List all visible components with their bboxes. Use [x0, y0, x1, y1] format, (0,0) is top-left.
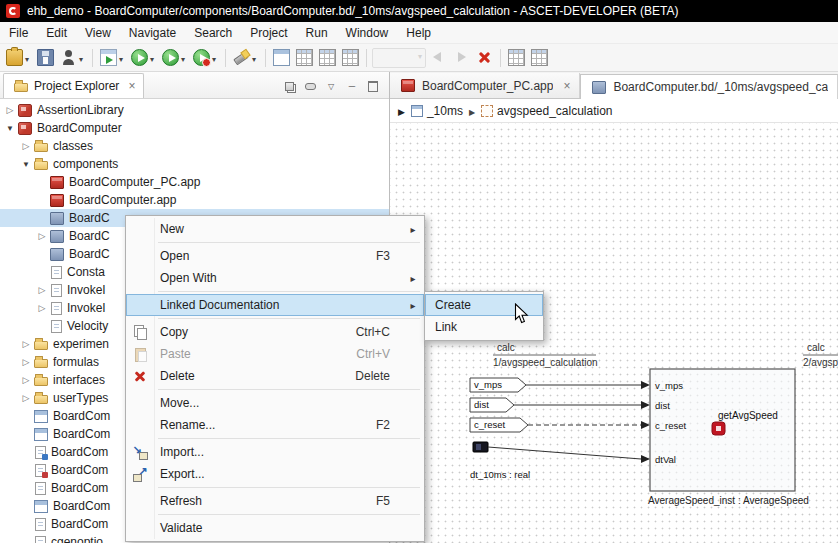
dropdown-caret-icon[interactable] [250, 51, 258, 65]
tree-item-label: Consta [64, 265, 105, 279]
context-menu-item[interactable]: Linked Documentation [126, 294, 424, 316]
toolbar-button[interactable] [451, 44, 472, 72]
context-menu-item[interactable]: Refresh F5 [126, 490, 424, 512]
tab-avgspeed-calculation[interactable]: BoardComputer.bd/_10ms/avgspeed_calculat… [580, 74, 838, 99]
menu-item[interactable]: File [0, 22, 37, 43]
menu-item-label: Paste [154, 347, 356, 361]
link-with-editor-icon[interactable] [302, 78, 318, 94]
toolbar-button[interactable] [372, 48, 426, 68]
dropdown-caret-icon[interactable] [23, 51, 31, 65]
tree-item-label: BoardC [66, 229, 110, 243]
tab-boardcomputer-pc-app[interactable]: BoardComputer_PC.app [390, 73, 580, 98]
toolbar-button[interactable] [529, 44, 550, 72]
toolbar-button[interactable] [428, 44, 449, 72]
close-icon[interactable] [563, 80, 570, 92]
tree-item-label: experimen [50, 337, 109, 351]
menu-item[interactable]: Project [241, 22, 296, 43]
context-menu-item[interactable]: Export... [126, 463, 424, 485]
context-menu-item[interactable]: Rename... F2 [126, 414, 424, 436]
expand-arrow-icon[interactable] [20, 389, 32, 407]
menu-item-shortcut: F5 [376, 494, 406, 508]
breadcrumb-item-10ms[interactable]: _10ms [411, 104, 463, 118]
toolbar-button[interactable] [35, 44, 56, 72]
menu-item[interactable]: Help [397, 22, 440, 43]
context-menu-item[interactable]: Open F3 [126, 245, 424, 267]
menu-item[interactable]: Edit [37, 22, 76, 43]
dt-10ms-element[interactable]: dt_10ms : real [470, 442, 650, 480]
tab-project-explorer[interactable]: Project Explorer [3, 73, 144, 98]
menu-item-label: Open [154, 249, 376, 263]
tree-item-label: BoardComputer.app [66, 193, 176, 207]
toolbar-button-icon [162, 49, 179, 66]
tree-item[interactable]: BoardComputer [0, 119, 389, 137]
toolbar-group-search [231, 44, 260, 72]
tree-item-icon [34, 395, 48, 404]
expand-arrow-icon[interactable] [36, 227, 48, 245]
toolbar-button[interactable] [129, 44, 158, 72]
context-menu-item[interactable]: New [126, 218, 424, 240]
toolbar-button[interactable] [340, 44, 361, 72]
expand-arrow-icon[interactable] [20, 371, 32, 389]
dropdown-caret-icon[interactable] [77, 51, 85, 65]
method-icon[interactable] [712, 422, 725, 435]
toolbar-button-icon [273, 49, 290, 66]
expand-arrow-icon[interactable] [20, 155, 32, 174]
toolbar-button[interactable] [58, 44, 87, 72]
expand-arrow-icon[interactable] [36, 281, 48, 299]
menu-item-icon [126, 298, 154, 313]
tree-item[interactable]: AssertionLibrary [0, 101, 389, 119]
expand-arrow-icon[interactable] [20, 353, 32, 371]
view-menu-icon[interactable] [323, 78, 339, 94]
dropdown-caret-icon[interactable] [148, 51, 156, 65]
tab-label: BoardComputer_PC.app [422, 79, 553, 93]
menu-item[interactable]: Search [185, 22, 241, 43]
collapse-all-icon[interactable] [281, 78, 297, 94]
context-menu-item[interactable]: Paste Ctrl+V [126, 343, 424, 365]
tree-item[interactable]: BoardComputer.app [0, 191, 389, 209]
toolbar-button[interactable] [98, 44, 127, 72]
toolbar-button[interactable] [231, 44, 260, 72]
context-menu-item[interactable]: Delete Delete [126, 365, 424, 387]
toolbar-button[interactable] [4, 44, 33, 72]
maximize-icon[interactable] [365, 78, 381, 94]
context-menu-item[interactable]: Open With [126, 267, 424, 289]
toolbar-button[interactable] [506, 44, 527, 72]
menu-item[interactable]: Window [337, 22, 398, 43]
input-port-v-mps[interactable]: v_mps [470, 378, 650, 392]
expand-arrow-icon[interactable] [36, 299, 48, 317]
context-menu-item[interactable]: Copy Ctrl+C [126, 321, 424, 343]
tree-item[interactable]: BoardComputer_PC.app [0, 173, 389, 191]
close-icon[interactable] [128, 80, 135, 92]
dropdown-caret-icon[interactable] [210, 51, 218, 65]
expand-arrow-icon[interactable] [4, 119, 16, 138]
expand-arrow-icon[interactable] [20, 137, 32, 155]
dropdown-caret-icon[interactable] [117, 51, 125, 65]
dropdown-caret-icon[interactable] [179, 51, 187, 65]
breadcrumb-item-avgspeed-calculation[interactable]: avgspeed_calculation [481, 104, 612, 118]
explorer-header: Project Explorer [0, 72, 389, 99]
averagespeed-block[interactable]: v_mps dist c_reset dtVal getAvgSpeed Ave… [648, 369, 809, 506]
menu-item[interactable]: View [76, 22, 120, 43]
input-port-c-reset[interactable]: c_reset [470, 418, 650, 432]
toolbar-button[interactable] [294, 44, 315, 72]
toolbar-button[interactable] [160, 44, 189, 72]
tree-item[interactable]: classes [0, 137, 389, 155]
tree-item-icon [51, 284, 62, 297]
toolbar-button[interactable] [317, 44, 338, 72]
tree-item-icon [50, 194, 64, 207]
expand-arrow-icon[interactable] [20, 335, 32, 353]
menu-item[interactable]: Navigate [120, 22, 185, 43]
minimize-icon[interactable] [344, 78, 360, 94]
input-port-dist[interactable]: dist [470, 398, 650, 412]
toolbar-button[interactable] [271, 44, 292, 72]
toolbar-button[interactable] [474, 44, 495, 72]
tree-item[interactable]: components [0, 155, 389, 173]
context-menu-item[interactable]: Import... [126, 441, 424, 463]
context-menu-item[interactable]: Move... [126, 392, 424, 414]
breadcrumb-root-arrow-icon[interactable] [398, 104, 405, 118]
context-menu-item[interactable]: Validate [126, 517, 424, 539]
expand-arrow-icon[interactable] [4, 101, 16, 119]
toolbar-button[interactable] [191, 44, 220, 72]
toolbar-button-icon [476, 49, 493, 66]
menu-item[interactable]: Run [297, 22, 337, 43]
